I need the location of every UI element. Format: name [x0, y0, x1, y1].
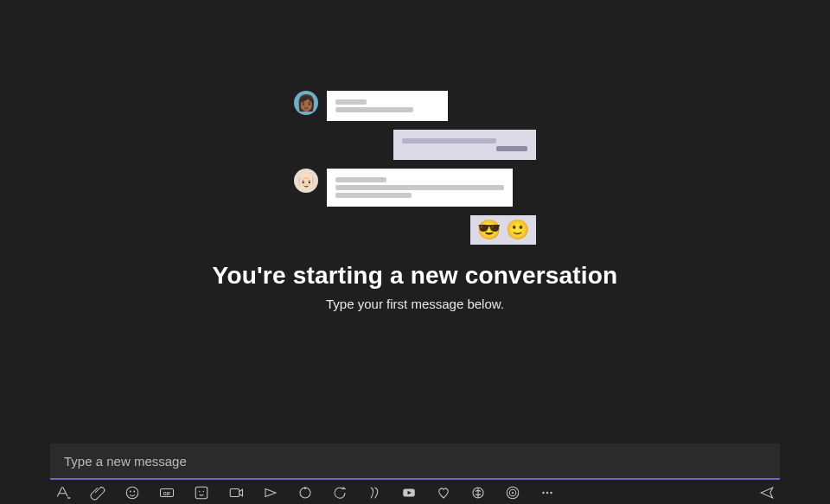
svg-point-15 — [512, 492, 514, 494]
app-icon-2[interactable] — [503, 483, 522, 502]
illustration-avatar-2: 👴🏻 — [294, 169, 318, 193]
illustration-bubble-1 — [327, 91, 448, 121]
svg-point-18 — [550, 492, 552, 494]
svg-point-6 — [199, 491, 201, 493]
app-icon-1[interactable] — [469, 483, 488, 502]
video-icon[interactable] — [399, 483, 418, 502]
svg-text:GIF: GIF — [163, 491, 172, 496]
loop-icon[interactable] — [296, 483, 315, 502]
svg-rect-5 — [195, 487, 208, 499]
svg-point-10 — [304, 488, 306, 489]
emoji-smile-icon: 🙂 — [506, 220, 529, 239]
schedule-meeting-icon[interactable] — [227, 483, 246, 502]
svg-point-2 — [133, 491, 135, 493]
message-input[interactable] — [50, 443, 780, 480]
compose-toolbar: GIF — [50, 480, 780, 504]
attach-icon[interactable] — [88, 483, 107, 502]
illustration-emoji-bubble: 😎 🙂 — [470, 215, 536, 245]
viva-icon[interactable] — [365, 483, 384, 502]
svg-point-1 — [130, 491, 131, 493]
empty-state-subtitle: Type your first message below. — [0, 297, 830, 311]
stream-icon[interactable] — [261, 483, 280, 502]
praise-icon[interactable] — [434, 483, 453, 502]
illustration-avatar-1: 👩🏾 — [294, 91, 318, 115]
more-icon[interactable] — [538, 483, 557, 502]
approvals-icon[interactable] — [330, 483, 349, 502]
illustration-bubble-2 — [393, 130, 536, 160]
svg-point-16 — [542, 492, 544, 494]
svg-point-7 — [203, 491, 205, 493]
illustration-bubble-3 — [327, 169, 513, 207]
svg-point-17 — [546, 492, 548, 494]
svg-rect-8 — [230, 489, 239, 497]
svg-point-0 — [126, 487, 138, 499]
empty-state-title: You're starting a new conversation — [0, 262, 830, 290]
emoji-sunglasses-icon: 😎 — [477, 220, 501, 239]
format-icon[interactable] — [54, 483, 73, 502]
emoji-icon[interactable] — [123, 483, 142, 502]
gif-icon[interactable]: GIF — [157, 483, 176, 502]
send-icon[interactable] — [757, 483, 776, 502]
sticker-icon[interactable] — [192, 483, 211, 502]
empty-state-illustration: 👩🏾 👴🏻 😎 — [294, 91, 536, 253]
